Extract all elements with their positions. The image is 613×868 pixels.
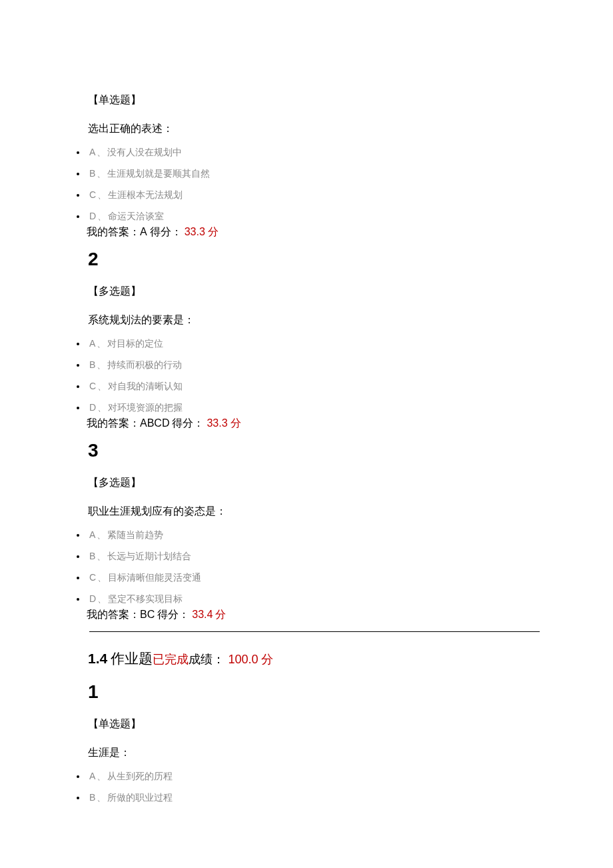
option-separator: 、 — [97, 594, 107, 604]
question-prompt: 生涯是： — [88, 746, 540, 760]
option-separator: 、 — [97, 147, 106, 157]
score-unit: 分 — [213, 609, 226, 620]
option-separator: 、 — [97, 530, 106, 540]
option-separator: 、 — [97, 360, 106, 370]
score-unit: 分 — [228, 417, 241, 429]
option-a: A、从生到死的历程 — [87, 771, 540, 783]
option-letter: C — [89, 189, 96, 200]
option-separator: 、 — [97, 573, 107, 583]
grade-unit: 分 — [259, 653, 274, 666]
options-list: A、对目标的定位 B、持续而积极的行动 C、对自我的清晰认知 D、对环境资源的把… — [73, 338, 540, 431]
options-list: A、从生到死的历程 B、所做的职业过程 — [73, 771, 540, 804]
option-separator: 、 — [97, 403, 107, 413]
divider — [89, 631, 540, 632]
option-c: C、对自我的清晰认知 — [87, 381, 540, 393]
option-separator: 、 — [97, 339, 106, 349]
answer-line: 我的答案：BC 得分： 33.4 分 — [87, 608, 540, 622]
option-text: 对自我的清晰认知 — [108, 381, 183, 391]
option-b: B、所做的职业过程 — [87, 792, 540, 804]
my-answer-label: 我的答案： — [87, 226, 140, 237]
option-separator: 、 — [97, 190, 107, 200]
question-type: 【单选题】 — [88, 717, 540, 731]
option-letter: A — [89, 147, 95, 157]
option-text: 对目标的定位 — [107, 339, 163, 349]
option-text: 对环境资源的把握 — [108, 403, 183, 413]
option-letter: B — [89, 792, 95, 803]
question-type: 【单选题】 — [88, 93, 540, 107]
option-text: 所做的职业过程 — [107, 793, 173, 803]
score-value: 33.3 — [185, 226, 205, 237]
option-letter: D — [89, 593, 96, 604]
section-done: 已完成 — [153, 653, 189, 666]
option-letter: A — [89, 771, 95, 781]
question-number: 1 — [88, 681, 540, 703]
score-label: 得分： — [147, 226, 182, 237]
option-a: A、没有人没在规划中 — [87, 147, 540, 159]
option-text: 命运天洽谈室 — [108, 211, 164, 221]
option-separator: 、 — [97, 381, 107, 391]
options-list: A、紧随当前趋势 B、长远与近期计划结合 C、目标清晰但能灵活变通 D、坚定不移… — [73, 529, 540, 622]
my-answer-value: A — [140, 226, 147, 237]
question-number: 2 — [88, 249, 540, 270]
question-number: 3 — [88, 440, 540, 461]
grade-value: 100.0 — [228, 653, 258, 666]
question-type: 【多选题】 — [88, 285, 540, 299]
option-separator: 、 — [97, 793, 106, 803]
score-label: 得分： — [155, 609, 189, 620]
question-prompt: 职业生涯规划应有的姿态是： — [88, 505, 540, 519]
score-value: 33.4 — [192, 609, 213, 620]
option-text: 生涯规划就是要顺其自然 — [107, 169, 210, 179]
question-2: 2 【多选题】 系统规划法的要素是： A、对目标的定位 B、持续而积极的行动 C… — [73, 249, 540, 431]
option-letter: D — [89, 211, 96, 221]
option-letter: B — [89, 359, 95, 370]
answer-line: 我的答案：ABCD 得分： 33.3 分 — [87, 417, 540, 431]
option-letter: B — [89, 551, 95, 561]
my-answer-value: BC — [140, 609, 155, 620]
option-text: 从生到死的历程 — [107, 771, 173, 781]
question-4: 1 【单选题】 生涯是： A、从生到死的历程 B、所做的职业过程 — [73, 681, 540, 804]
question-type: 【多选题】 — [88, 476, 540, 490]
grade-label: 成绩： — [189, 653, 225, 666]
answer-line: 我的答案：A 得分： 33.3 分 — [87, 225, 540, 239]
score-unit: 分 — [205, 226, 219, 237]
option-text: 持续而积极的行动 — [107, 360, 182, 370]
option-text: 生涯根本无法规划 — [108, 190, 183, 200]
option-a: A、对目标的定位 — [87, 338, 540, 350]
option-separator: 、 — [97, 211, 107, 221]
option-c: C、目标清晰但能灵活变通 — [87, 572, 540, 584]
option-c: C、生涯根本无法规划 — [87, 189, 540, 201]
section-header: 1.4 作业题已完成成绩： 100.0 分 — [88, 649, 540, 668]
option-d: D、对环境资源的把握 我的答案：ABCD 得分： 33.3 分 — [87, 402, 540, 431]
option-text: 坚定不移实现目标 — [108, 594, 183, 604]
option-separator: 、 — [97, 169, 106, 179]
question-3: 3 【多选题】 职业生涯规划应有的姿态是： A、紧随当前趋势 B、长远与近期计划… — [73, 440, 540, 622]
score-value: 33.3 — [207, 417, 227, 429]
my-answer-label: 我的答案： — [87, 609, 140, 620]
question-1: 【单选题】 选出正确的表述： A、没有人没在规划中 B、生涯规划就是要顺其自然 … — [73, 93, 540, 239]
section-label: 作业题 — [107, 651, 153, 667]
option-letter: D — [89, 402, 96, 413]
option-d: D、坚定不移实现目标 我的答案：BC 得分： 33.4 分 — [87, 593, 540, 622]
option-letter: A — [89, 338, 95, 349]
option-separator: 、 — [97, 771, 106, 781]
option-text: 长远与近期计划结合 — [107, 551, 191, 561]
my-answer-label: 我的答案： — [87, 417, 140, 429]
option-letter: B — [89, 168, 95, 179]
option-b: B、生涯规划就是要顺其自然 — [87, 168, 540, 180]
my-answer-value: ABCD — [140, 417, 169, 429]
option-letter: A — [89, 529, 95, 540]
option-b: B、持续而积极的行动 — [87, 359, 540, 371]
question-prompt: 系统规划法的要素是： — [88, 313, 540, 327]
question-prompt: 选出正确的表述： — [88, 122, 540, 136]
option-letter: C — [89, 572, 96, 583]
options-list: A、没有人没在规划中 B、生涯规划就是要顺其自然 C、生涯根本无法规划 D、命运… — [73, 147, 540, 239]
option-a: A、紧随当前趋势 — [87, 529, 540, 541]
option-separator: 、 — [97, 551, 106, 561]
option-letter: C — [89, 381, 96, 391]
section-number: 1.4 — [88, 651, 107, 666]
option-text: 没有人没在规划中 — [107, 147, 182, 157]
option-text: 目标清晰但能灵活变通 — [108, 573, 201, 583]
option-b: B、长远与近期计划结合 — [87, 551, 540, 563]
option-d: D、命运天洽谈室 我的答案：A 得分： 33.3 分 — [87, 211, 540, 239]
score-label: 得分： — [169, 417, 204, 429]
